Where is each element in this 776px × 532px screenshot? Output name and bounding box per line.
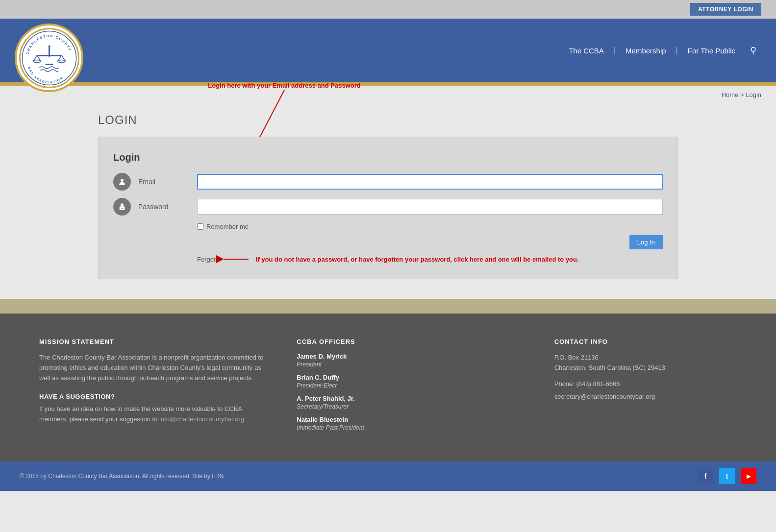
forget-section: Forget? If you do not have a password, o…	[113, 254, 663, 264]
login-button-row: Log In	[113, 235, 663, 249]
forget-arrow-svg	[222, 254, 251, 264]
login-section-wrapper: Login here with your Email address and P…	[98, 137, 678, 279]
yellow-stripe	[0, 82, 776, 86]
password-input[interactable]	[197, 199, 663, 215]
remember-me-label: Remember me	[206, 223, 249, 230]
footer-officers-col: CCBA OFFICERS James D. Myrick President …	[297, 338, 525, 437]
lock-icon	[118, 202, 126, 211]
twitter-icon[interactable]: t	[719, 468, 735, 484]
page-title: LOGIN	[98, 113, 678, 127]
officer-1-name: James D. Myrick	[297, 353, 525, 360]
youtube-icon[interactable]: ▶	[741, 468, 756, 484]
person-icon	[118, 177, 126, 186]
suggestion-text: If you have an idea on how to make the w…	[39, 404, 267, 425]
contact-address-2: Charleston, South Carolina (SC) 29413	[554, 363, 737, 373]
breadcrumb-separator: >	[740, 91, 746, 98]
logo: CHARLESTON COUNTY	[15, 24, 83, 92]
breadcrumb: Home > Login	[0, 86, 776, 103]
social-icons: f t ▶	[698, 468, 756, 484]
login-button[interactable]: Log In	[629, 235, 663, 249]
email-input[interactable]	[197, 174, 663, 190]
footer-copyright: © 2015 by Charleston County Bar Associat…	[20, 473, 224, 480]
officer-2-title: President-Elect	[297, 382, 525, 389]
top-bar: ATTORNEY LOGIN	[0, 0, 776, 19]
contact-phone: Phone: (843) 881-6666	[554, 379, 737, 389]
breadcrumb-home[interactable]: Home	[722, 91, 739, 98]
svg-point-16	[121, 179, 124, 182]
header: CHARLESTON COUNTY	[0, 19, 776, 82]
forget-row: Forget? If you do not have a password, o…	[197, 254, 663, 264]
nav-separator-1: |	[614, 46, 616, 55]
nav-item-for-the-public[interactable]: For The Public	[678, 47, 745, 55]
officer-4-name: Natalie Bluestein	[297, 416, 525, 423]
footer-bottom: © 2015 by Charleston County Bar Associat…	[0, 461, 776, 491]
officer-4: Natalie Bluestein Immediate Past Preside…	[297, 416, 525, 431]
facebook-icon[interactable]: f	[698, 468, 713, 484]
main-nav: The CCBA | Membership | For The Public ⚲	[559, 45, 761, 56]
officer-2: Brian C. Duffy President-Elect	[297, 374, 525, 389]
footer-tan-divider	[0, 299, 776, 314]
officer-3-title: Secretary/Treasurer	[297, 403, 525, 410]
officer-3-name: A. Peter Shahid, Jr.	[297, 395, 525, 402]
main-content: LOGIN Login here with your Email address…	[0, 103, 776, 299]
suggestion-email-link[interactable]: info@charlestoncountybar.org	[159, 415, 244, 423]
attorney-login-button[interactable]: ATTORNEY LOGIN	[690, 3, 761, 16]
logo-svg: CHARLESTON COUNTY	[19, 27, 80, 89]
password-icon	[113, 198, 131, 216]
email-label: Email	[138, 178, 197, 186]
password-form-row: Password	[113, 198, 663, 216]
mission-text: The Charleston County Bar Association is…	[39, 353, 267, 383]
officer-1: James D. Myrick President	[297, 353, 525, 368]
remember-me-checkbox[interactable]	[197, 223, 203, 230]
login-box: Login Email	[98, 137, 678, 279]
forget-annotation: If you do not have a password, or have f…	[256, 256, 579, 263]
breadcrumb-current: Login	[746, 91, 761, 98]
login-box-title: Login	[113, 152, 663, 163]
nav-item-membership[interactable]: Membership	[616, 47, 676, 55]
footer-mission-col: MISSION STATEMENT The Charleston County …	[39, 338, 267, 437]
footer-dark: MISSION STATEMENT The Charleston County …	[0, 314, 776, 461]
svg-point-18	[122, 208, 123, 209]
contact-email: secretary@charlestoncountybar.org	[554, 392, 737, 402]
suggestion-heading: HAVE A SUGGESTION?	[39, 393, 267, 400]
footer-contact-col: CONTACT INFO P.O. Box 21136 Charleston, …	[554, 338, 737, 437]
officers-heading: CCBA OFFICERS	[297, 338, 525, 345]
nav-item-the-ccba[interactable]: The CCBA	[559, 47, 614, 55]
svg-rect-12	[45, 64, 53, 65]
mission-heading: MISSION STATEMENT	[39, 338, 267, 345]
svg-rect-4	[49, 47, 50, 57]
officer-2-name: Brian C. Duffy	[297, 374, 525, 381]
nav-separator-2: |	[676, 46, 678, 55]
email-form-row: Email	[113, 173, 663, 191]
forget-link[interactable]: Forget?	[197, 256, 219, 263]
email-icon	[113, 173, 131, 191]
officer-4-title: Immediate Past President	[297, 424, 525, 431]
remember-me-row: Remember me	[197, 223, 663, 230]
contact-address-1: P.O. Box 21136	[554, 353, 737, 363]
officer-3: A. Peter Shahid, Jr. Secretary/Treasurer	[297, 395, 525, 410]
password-label: Password	[138, 203, 197, 211]
search-icon[interactable]: ⚲	[745, 45, 761, 56]
contact-heading: CONTACT INFO	[554, 338, 737, 345]
officer-1-title: President	[297, 361, 525, 368]
